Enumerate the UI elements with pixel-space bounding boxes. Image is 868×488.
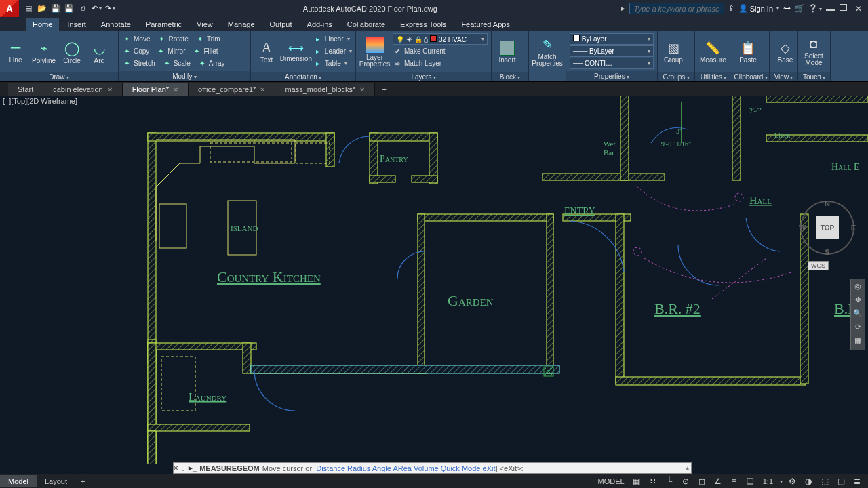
rotate-button[interactable]: ✦Rotate [157,33,188,45]
text-button[interactable]: AText [254,33,279,70]
panel-title-modify[interactable]: Modify [119,71,250,81]
undo-icon[interactable]: ↶▾ [91,3,102,14]
panel-title-groups[interactable]: Groups [658,72,694,81]
ribbon-tab-manage[interactable]: Manage [221,18,262,30]
layout-add-button[interactable]: + [75,475,90,487]
cmd-close-icon[interactable]: ✕ [173,464,178,472]
layer-properties-button[interactable]: Layer Properties [359,33,390,70]
panel-title-clipboard[interactable]: Clipboard [732,72,769,81]
lineweight-select[interactable]: ─── ByLayer▾ [570,45,654,57]
save-icon[interactable]: 💾 [50,3,61,14]
viewcube-s[interactable]: S [825,248,829,256]
new-icon[interactable]: ▤ [23,3,34,14]
viewcube-e[interactable]: E [851,224,856,232]
share-icon[interactable]: ⇪ [728,4,734,13]
paste-button[interactable]: 📋Paste [736,33,760,70]
nav-orbit-icon[interactable]: ⟳ [852,323,863,333]
gear-icon[interactable]: ⚙ [785,476,799,486]
saveas-icon[interactable]: 💾 [64,3,75,14]
move-button[interactable]: ✦Move [122,33,150,45]
snap-icon[interactable]: ∷ [646,476,660,486]
polyline-button[interactable]: ⌁Polyline [31,33,57,70]
minimize-button[interactable] [826,4,837,14]
base-button[interactable]: ◇Base [773,33,797,70]
layout-tab-model[interactable]: Model [0,475,37,487]
viewcube[interactable]: TOP N S E W [800,201,854,255]
panel-title-utilities[interactable]: Utilities [695,72,732,81]
dimension-button[interactable]: ⟷Dimension [281,33,311,70]
insert-button[interactable]: Insert [495,33,519,70]
customize-icon[interactable]: ≣ [850,476,864,486]
ribbon-tab-express-tools[interactable]: Express Tools [393,18,453,30]
app-logo[interactable]: A [0,0,19,17]
tab-close-icon[interactable]: ✕ [359,86,365,94]
group-button[interactable]: ▧Group [661,33,686,70]
panel-title-layers[interactable]: Layers [356,72,491,81]
file-tab[interactable]: mass_model_blocks*✕ [275,83,375,96]
otrack-icon[interactable]: ∠ [711,476,725,486]
file-tab[interactable]: Floor Plan*✕ [123,83,189,96]
drawing-area[interactable]: [–][Top][2D Wireframe] [0,96,868,464]
panel-title-properties[interactable]: Properties [566,71,657,81]
grid-icon[interactable]: ▦ [630,476,644,486]
fillet-button[interactable]: ✦Fillet [192,45,218,57]
ribbon-tab-home[interactable]: Home [26,18,59,30]
copy-button[interactable]: ✦Copy [122,45,149,57]
trim-button[interactable]: ✦Trim [195,33,220,45]
line-button[interactable]: ─Line [3,33,28,70]
layer-select[interactable]: 💡 ☀ 🔒 ⎙ 32 HVAC▾ [393,33,488,45]
mirror-button[interactable]: ✦Mirror [156,45,185,57]
linetype-select[interactable]: ── CONTI…▾ [570,58,654,69]
file-tab[interactable]: cabin elevation✕ [43,83,122,96]
array-button[interactable]: ✦Array [197,58,225,69]
nav-wheel-icon[interactable]: ◎ [852,282,863,293]
panel-title-block[interactable]: Block [492,72,528,81]
ribbon-tab-output[interactable]: Output [263,18,299,30]
table-button[interactable]: ▸Table▾ [313,58,352,69]
help-search-input[interactable] [629,3,724,14]
cart-icon[interactable]: 🛒 [795,4,804,13]
close-button[interactable] [853,4,864,14]
tab-close-icon[interactable]: ✕ [260,86,265,94]
viewcube-w[interactable]: W [799,224,806,232]
panel-title-view[interactable]: View [770,72,797,81]
make-current-button[interactable]: ✔Make Current [393,45,488,57]
transparency-icon[interactable]: ❏ [744,476,757,486]
file-tab-add-button[interactable]: + [375,83,393,96]
redo-icon[interactable]: ↷▾ [104,3,115,14]
linear-button[interactable]: ▸Linear▾ [313,33,352,45]
arc-button[interactable]: ◡Arc [87,33,111,70]
stretch-button[interactable]: ✦Stretch [122,58,155,69]
ribbon-tab-add-ins[interactable]: Add-ins [300,18,339,30]
wcs-label[interactable]: WCS [808,261,829,270]
open-icon[interactable]: 📂 [37,3,47,14]
leader-button[interactable]: ▸Leader▾ [313,45,352,57]
ribbon-tab-view[interactable]: View [190,18,220,30]
ortho-icon[interactable]: └ [663,476,676,486]
drawing-canvas[interactable]: 2'-6" 3" 9'-0 11/16" Pantry ISLAND Count… [0,96,868,464]
osnap-icon[interactable]: ◻ [695,476,709,486]
clean-icon[interactable]: ▢ [834,476,848,486]
plot-icon[interactable]: ⎙ [77,3,88,14]
panel-title-draw[interactable]: Draw [0,72,118,81]
nav-zoom-icon[interactable]: 🔍 [852,309,863,320]
maximize-button[interactable] [840,4,850,14]
tab-close-icon[interactable]: ✕ [107,86,113,94]
match-properties-button[interactable]: ✎Match Properties [532,33,562,70]
command-line[interactable]: ✕⋮ ▸_ MEASUREGEOM Move cursor or [ Dista… [173,462,692,474]
layout-tab-layout[interactable]: Layout [37,475,75,487]
ribbon-tab-featured-apps[interactable]: Featured Apps [454,18,517,30]
scale-value[interactable]: 1:1 [760,477,776,485]
file-tab[interactable]: office_compare1*✕ [189,83,275,96]
panel-title-annotation[interactable]: Annotation [251,72,355,81]
color-select[interactable]: ByLayer▾ [570,33,654,45]
scale-button[interactable]: ✦Scale [162,58,191,69]
ribbon-tab-collaborate[interactable]: Collaborate [340,18,392,30]
status-model[interactable]: MODEL [595,477,627,485]
select-mode-button[interactable]: ◘Select Mode [802,33,826,70]
file-tab[interactable]: Start [8,83,43,96]
circle-button[interactable]: ◯Circle [60,33,84,70]
ribbon-tab-insert[interactable]: Insert [60,18,93,30]
hardware-icon[interactable]: ⬚ [818,476,831,486]
nav-show-icon[interactable]: ▦ [852,336,863,347]
